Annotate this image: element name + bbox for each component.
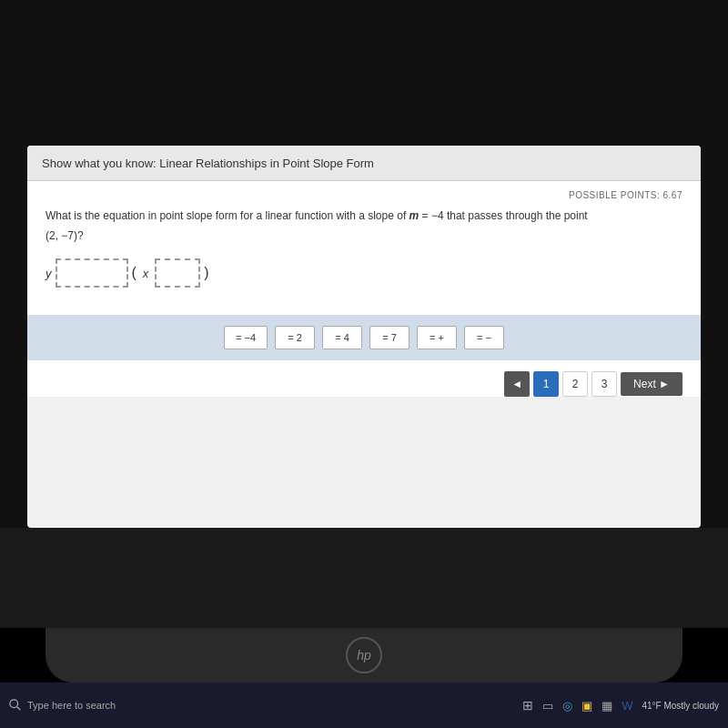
tile-7[interactable]: = 7 xyxy=(369,326,410,349)
slope-var: m xyxy=(410,209,420,222)
taskbar-search-text[interactable]: Type here to search xyxy=(27,700,116,711)
tile-plus[interactable]: = + xyxy=(417,326,457,349)
tile-2[interactable]: = 2 xyxy=(275,326,315,349)
laptop-chin: hp xyxy=(46,628,682,682)
close-paren: ) xyxy=(204,265,208,281)
svg-point-0 xyxy=(10,700,18,708)
weather-display: 41°F Mostly cloudy xyxy=(642,701,719,711)
pagination-row: ◄ 1 2 3 Next ► xyxy=(27,360,701,397)
word-icon[interactable]: W xyxy=(622,699,632,713)
content-area: POSSIBLE POINTS: 6.67 What is the equati… xyxy=(27,181,701,315)
bezel-left xyxy=(0,146,27,528)
question-part2: = −4 that passes through the point xyxy=(419,209,587,222)
y-prefix: y xyxy=(46,267,52,280)
page-2-button[interactable]: 2 xyxy=(562,371,588,397)
top-bar: Show what you know: Linear Relationships… xyxy=(27,146,701,181)
question-text: What is the equation in point slope form… xyxy=(46,207,682,224)
bezel-right xyxy=(701,146,728,528)
store-icon[interactable]: ▦ xyxy=(602,699,612,713)
search-icon xyxy=(9,699,22,712)
drop-box-2[interactable] xyxy=(155,258,200,288)
folder-icon[interactable]: ▣ xyxy=(581,699,592,713)
taskbar: Type here to search ⊞ ▭ ◎ ▣ ▦ W 41°F Mos… xyxy=(0,682,728,728)
equation-row: y ( x ) xyxy=(46,255,682,291)
possible-points: POSSIBLE POINTS: 6.67 xyxy=(46,190,682,200)
tile-neg4[interactable]: = −4 xyxy=(224,326,268,349)
bezel-top xyxy=(0,0,728,146)
open-paren: ( xyxy=(132,265,136,281)
tile-4[interactable]: = 4 xyxy=(322,326,362,349)
point-text: (2, −7)? xyxy=(46,229,682,242)
tile-minus[interactable]: = − xyxy=(464,326,504,349)
next-label: Next ► xyxy=(633,378,670,390)
screen: Show what you know: Linear Relationships… xyxy=(27,146,701,528)
next-button[interactable]: Next ► xyxy=(621,372,682,396)
x-var: x xyxy=(140,267,152,280)
page-title: Show what you know: Linear Relationships… xyxy=(42,157,374,170)
task-view-icon[interactable]: ▭ xyxy=(542,699,553,713)
page-1-button[interactable]: 1 xyxy=(533,371,559,397)
taskbar-icons: ⊞ ▭ ◎ ▣ ▦ W 41°F Mostly cloudy xyxy=(522,698,719,713)
hp-logo: hp xyxy=(346,637,382,673)
svg-line-1 xyxy=(17,707,21,711)
page-3-button[interactable]: 3 xyxy=(592,371,617,397)
taskbar-search: Type here to search xyxy=(9,699,116,712)
windows-icon[interactable]: ⊞ xyxy=(522,698,533,713)
drop-box-1[interactable] xyxy=(56,258,128,288)
answer-tiles-section: = −4 = 2 = 4 = 7 = + = − xyxy=(27,315,701,360)
prev-button[interactable]: ◄ xyxy=(504,371,530,397)
bezel-bottom xyxy=(0,528,728,628)
edge-icon[interactable]: ◎ xyxy=(562,699,572,713)
question-part1: What is the equation in point slope form… xyxy=(46,209,410,222)
